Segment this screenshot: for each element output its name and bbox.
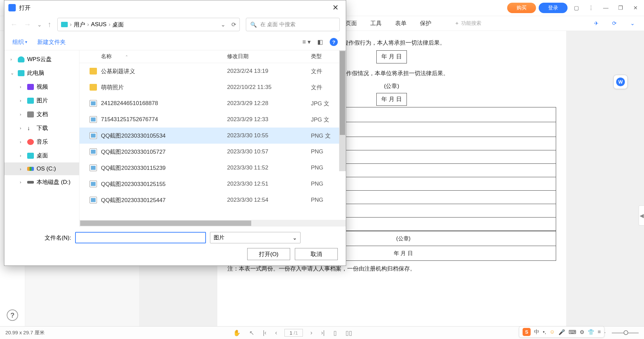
menu-tools[interactable]: 工具: [370, 19, 382, 27]
nav-back-icon[interactable]: ←: [10, 20, 18, 29]
help-badge-icon[interactable]: ?: [330, 38, 338, 46]
ime-lang[interactable]: 中: [534, 329, 539, 336]
tree-item-9[interactable]: ›本地磁盘 (D:): [4, 175, 79, 189]
prev-page-icon[interactable]: ‹: [274, 329, 278, 336]
file-row[interactable]: 2412824465101688782023/3/29 12:28JPG 文: [79, 95, 346, 111]
file-row[interactable]: QQ截图202303301251552023/3/30 12:51PNG: [79, 176, 346, 192]
tree-item-4[interactable]: ›文档: [4, 107, 79, 121]
chevron-down-icon[interactable]: ⌄: [627, 18, 637, 29]
next-page-icon[interactable]: ›: [309, 329, 314, 336]
ime-skin-icon[interactable]: 👕: [588, 329, 594, 335]
file-row[interactable]: 公基刷题讲义2023/2/24 13:19文件: [79, 63, 346, 79]
nav-up-icon[interactable]: ↑: [48, 20, 51, 29]
close-icon[interactable]: ✕: [329, 2, 342, 13]
file-row[interactable]: QQ截图202303301254472023/3/30 12:54PNG: [79, 192, 346, 208]
minimize-icon[interactable]: —: [600, 2, 612, 14]
preview-pane-icon[interactable]: ◧: [317, 38, 323, 46]
vertical-scrollbar[interactable]: [339, 50, 346, 171]
send-icon[interactable]: ✈: [591, 18, 601, 29]
chevron-icon[interactable]: ›: [20, 139, 24, 144]
zoom-slider[interactable]: [612, 332, 639, 334]
bc-seg-0[interactable]: 用户: [74, 21, 85, 29]
tree-item-0[interactable]: ›WPS云盘: [4, 52, 79, 66]
view-mode-icon[interactable]: ≡ ▾: [302, 38, 311, 46]
file-row[interactable]: 7154312517526767742023/3/29 12:33JPG 文: [79, 111, 346, 128]
breadcrumb-dropdown-icon[interactable]: ⌄: [221, 21, 225, 28]
chevron-icon[interactable]: ⌄: [10, 70, 15, 76]
col-name[interactable]: 名称: [101, 53, 112, 59]
page-input[interactable]: 1 /1: [284, 329, 303, 337]
ime-settings-icon[interactable]: ⚙: [580, 329, 584, 335]
menu-form[interactable]: 表单: [395, 19, 407, 27]
file-name: 241282446510168878: [101, 100, 158, 107]
col-date[interactable]: 修改日期: [227, 53, 311, 60]
chevron-icon[interactable]: ›: [20, 166, 24, 172]
nav-forward-icon[interactable]: →: [24, 20, 31, 29]
file-row[interactable]: QQ截图202303301057272023/3/30 10:57PNG: [79, 144, 346, 160]
ime-keyboard-icon[interactable]: ⌨: [569, 329, 576, 335]
ime-toolbar[interactable]: S 中 •, ☺ 🎤 ⌨ ⚙ 👕 ≡: [519, 326, 604, 338]
tree-item-3[interactable]: ›图片: [4, 94, 79, 107]
bc-seg-1[interactable]: ASUS: [91, 21, 106, 28]
menu-protect[interactable]: 保护: [420, 19, 431, 27]
tree-item-5[interactable]: ›↓下载: [4, 121, 79, 135]
chat-icon[interactable]: ▢: [570, 2, 582, 14]
file-row[interactable]: QQ截图202303301055342023/3/30 10:55PNG 文: [79, 128, 346, 144]
chevron-icon[interactable]: ›: [20, 112, 24, 117]
tree-item-1[interactable]: ⌄此电脑: [4, 66, 79, 80]
feature-search[interactable]: ✦ 功能搜索: [455, 20, 481, 27]
hand-tool-icon[interactable]: ✋: [232, 329, 242, 337]
word-export-badge[interactable]: W: [613, 75, 628, 89]
organize-menu[interactable]: 组织 ▾: [12, 38, 27, 46]
tree-item-7[interactable]: ›桌面: [4, 149, 79, 162]
continuous-icon[interactable]: ▯▯: [344, 329, 354, 337]
close-app-icon[interactable]: ✕: [629, 2, 641, 14]
tree-item-6[interactable]: ›音乐: [4, 135, 79, 149]
nav-recent-icon[interactable]: ⌄: [37, 21, 42, 28]
col-type[interactable]: 类型: [311, 53, 338, 60]
file-list: 名称⌃ 修改日期 类型 公基刷题讲义2023/2/24 13:19文件萌萌照片2…: [79, 50, 346, 227]
dl-icon: ↓: [27, 125, 34, 131]
single-page-icon[interactable]: ▯: [332, 329, 338, 337]
chevron-icon[interactable]: ›: [10, 57, 15, 62]
folder-tree[interactable]: ›WPS云盘⌄此电脑›视频›图片›文档›↓下载›音乐›桌面›OS (C:)›本地…: [4, 50, 79, 227]
tree-item-8[interactable]: ›OS (C:): [4, 162, 79, 175]
maximize-icon[interactable]: ❐: [614, 2, 627, 14]
help-icon[interactable]: ?: [7, 309, 18, 321]
ime-voice-icon[interactable]: 🎤: [558, 329, 565, 335]
file-list-header[interactable]: 名称⌃ 修改日期 类型: [79, 50, 346, 63]
tree-item-2[interactable]: ›视频: [4, 80, 79, 94]
select-tool-icon[interactable]: ↖: [248, 329, 256, 337]
cloud-up-icon[interactable]: ⟳: [609, 18, 619, 29]
ime-emoji-icon[interactable]: ☺: [549, 329, 555, 335]
menu-page[interactable]: 页面: [345, 19, 357, 27]
buy-button[interactable]: 购买: [507, 3, 536, 13]
login-button[interactable]: 登录: [539, 3, 568, 13]
cancel-button[interactable]: 取消: [295, 248, 338, 260]
last-page-icon[interactable]: ›|: [320, 329, 326, 336]
chevron-icon[interactable]: ›: [20, 126, 24, 131]
file-list-body[interactable]: 公基刷题讲义2023/2/24 13:19文件萌萌照片2022/10/22 11…: [79, 63, 346, 220]
search-input[interactable]: 🔍 在 桌面 中搜索: [246, 18, 340, 31]
filetype-filter[interactable]: 图片 ⌄: [210, 232, 301, 243]
first-page-icon[interactable]: |‹: [262, 329, 268, 336]
chevron-icon[interactable]: ›: [20, 153, 24, 158]
open-button[interactable]: 打开(O): [247, 248, 290, 260]
horizontal-scrollbar[interactable]: [79, 220, 346, 227]
chevron-icon[interactable]: ›: [20, 180, 24, 185]
chevron-icon[interactable]: ›: [20, 98, 24, 103]
chevron-icon[interactable]: ›: [20, 84, 24, 89]
file-row[interactable]: QQ截图202303301152392023/3/30 11:52PNG: [79, 160, 346, 176]
bc-seg-2[interactable]: 桌面: [112, 21, 124, 29]
refresh-icon[interactable]: ⟳: [231, 21, 236, 28]
filename-input[interactable]: [75, 232, 206, 243]
ime-punct[interactable]: •,: [543, 329, 546, 335]
new-folder-button[interactable]: 新建文件夹: [37, 38, 66, 46]
expand-right-panel[interactable]: ◀: [639, 205, 644, 226]
sogou-logo-icon[interactable]: S: [523, 328, 531, 336]
breadcrumb[interactable]: › 用户 › ASUS › 桌面 ⌄ ⟳: [57, 18, 240, 31]
more-icon[interactable]: ⋮: [585, 2, 597, 14]
file-row[interactable]: 萌萌照片2022/10/22 11:35文件: [79, 79, 346, 95]
dialog-footer: 文件名(N): 图片 ⌄ 打开(O) 取消: [4, 227, 346, 265]
ime-menu-icon[interactable]: ≡: [598, 329, 601, 335]
